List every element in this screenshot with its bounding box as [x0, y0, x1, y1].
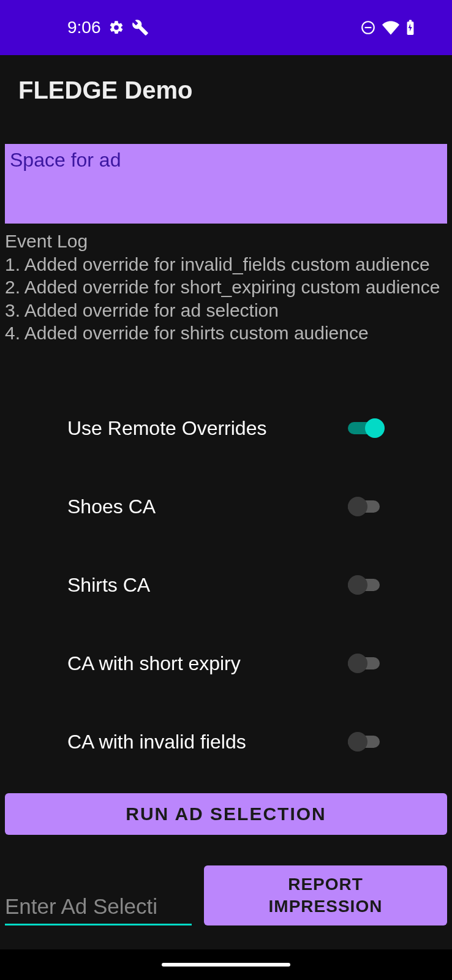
ad-selection-input[interactable]: Enter Ad Selecti [5, 894, 192, 925]
toggle-label: CA with invalid fields [67, 731, 246, 753]
bottom-row: Enter Ad Selecti REPORT IMPRESSION [5, 865, 447, 925]
toggle-label: Shirts CA [67, 574, 150, 597]
status-bar: 9:06 [0, 0, 452, 55]
event-log: Event Log 1. Added override for invalid_… [0, 224, 452, 371]
toggles-section: Use Remote Overrides Shoes CA Shirts CA … [0, 371, 452, 781]
app-title: FLEDGE Demo [0, 55, 452, 126]
report-button-line1: REPORT [288, 873, 363, 895]
event-log-item: 1. Added override for invalid_fields cus… [5, 253, 447, 276]
home-indicator[interactable] [162, 963, 290, 967]
report-button-line2: IMPRESSION [269, 895, 383, 918]
wrench-icon [132, 19, 149, 36]
report-impression-button[interactable]: REPORT IMPRESSION [204, 865, 447, 925]
switch-shirts-ca[interactable] [348, 574, 385, 596]
event-log-item: 2. Added override for short_expiring cus… [5, 276, 447, 299]
gear-icon [108, 20, 124, 36]
toggle-row-invalid-fields: CA with invalid fields [67, 703, 385, 781]
event-log-item: 3. Added override for ad selection [5, 299, 447, 322]
toggle-label: Use Remote Overrides [67, 417, 266, 440]
toggle-label: CA with short expiry [67, 652, 241, 675]
dnd-icon [360, 20, 376, 36]
battery-icon [405, 20, 415, 36]
run-ad-selection-button[interactable]: RUN AD SELECTION [5, 793, 447, 835]
toggle-row-remote-overrides: Use Remote Overrides [67, 389, 385, 467]
toggle-row-short-expiry: CA with short expiry [67, 624, 385, 703]
switch-remote-overrides[interactable] [348, 417, 385, 439]
toggle-row-shirts-ca: Shirts CA [67, 546, 385, 624]
svg-rect-3 [409, 20, 412, 22]
navigation-bar [0, 949, 452, 980]
ad-space: Space for ad [5, 144, 447, 224]
status-left: 9:06 [67, 18, 149, 37]
toggle-label: Shoes CA [67, 496, 156, 518]
event-log-title: Event Log [5, 230, 447, 253]
status-time: 9:06 [67, 18, 101, 37]
status-right [360, 19, 415, 36]
switch-shoes-ca[interactable] [348, 496, 385, 518]
event-log-item: 4. Added override for shirts custom audi… [5, 322, 447, 345]
toggle-row-shoes-ca: Shoes CA [67, 467, 385, 546]
switch-invalid-fields[interactable] [348, 731, 385, 753]
switch-short-expiry[interactable] [348, 652, 385, 674]
wifi-icon [382, 19, 399, 36]
